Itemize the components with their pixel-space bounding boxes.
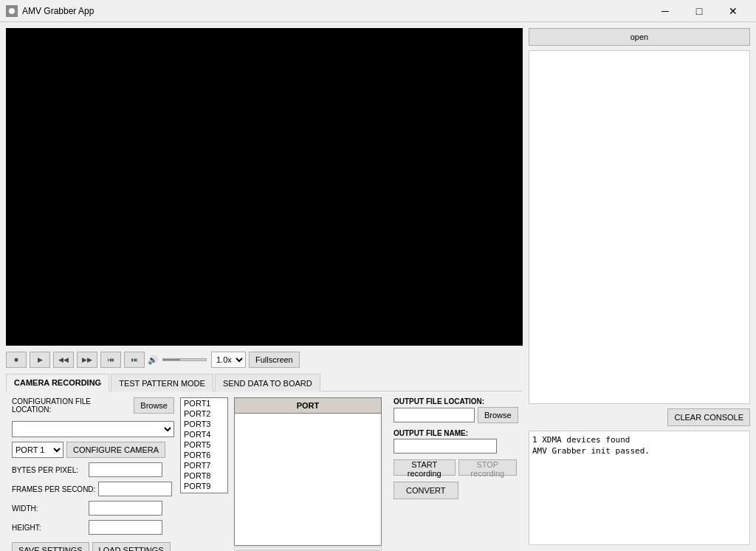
port-list-panel: PORT1PORT2PORT3PORT4PORT5PORT6PORT7PORT8… (180, 397, 228, 551)
zoom-select[interactable]: 1.0x 0.5x 1.5x 2.0x (211, 352, 246, 368)
console-panel: 1 XDMA devices foundAMV Grabber init pas… (529, 431, 750, 545)
rewind-button[interactable]: ◀◀ (53, 352, 74, 368)
output-file-location-section: OUTPUT FILE LOCATION: Browse (394, 397, 517, 423)
close-button[interactable]: ✕ (716, 0, 750, 22)
height-label: HEIGHT: (12, 524, 86, 532)
fps-label: FRAMES PER SECOND: (12, 485, 95, 493)
port-select[interactable]: PORT 1 PORT 2 PORT 3 (12, 442, 63, 458)
titlebar-left: AMV Grabber App (6, 5, 94, 17)
port-list-item[interactable]: PORT3 (181, 419, 227, 429)
output-file-location-input[interactable] (394, 408, 475, 422)
width-input[interactable] (89, 501, 162, 516)
titlebar: AMV Grabber App ─ □ ✕ (0, 0, 756, 22)
bytes-per-pixel-input[interactable] (89, 462, 162, 477)
load-settings-button[interactable]: LOAD SETTINGS (92, 542, 171, 551)
right-panel: open CLEAR CONSOLE 1 XDMA devices foundA… (529, 28, 750, 545)
main-content: ■ ▶ ◀◀ ▶▶ ⏮ ⏭ 🔊 1.0x 0.5x 1.5x 2.0x Full… (0, 22, 756, 551)
left-config: CONFIGURATION FILE LOCATION: Browse PORT… (12, 397, 174, 551)
output-panel: OUTPUT FILE LOCATION: Browse OUTPUT FILE… (388, 397, 517, 551)
tabs-panel: CAMERA RECORDING TEST PATTERN MODE SEND … (6, 374, 523, 551)
tabs-header: CAMERA RECORDING TEST PATTERN MODE SEND … (6, 374, 523, 391)
output-browse-button[interactable]: Browse (478, 407, 518, 423)
config-browse-button[interactable]: Browse (134, 397, 174, 414)
output-file-name-section: OUTPUT FILE NAME: (394, 429, 517, 454)
port-list-item[interactable]: PORT6 (181, 450, 227, 460)
fps-row: FRAMES PER SECOND: (12, 482, 174, 496)
port-list-item[interactable]: PORT2 (181, 408, 227, 419)
titlebar-controls: ─ □ ✕ (648, 0, 750, 22)
convert-button[interactable]: CONVERT (394, 482, 458, 499)
config-file-label: CONFIGURATION FILE LOCATION: (12, 397, 131, 414)
tab-test-pattern[interactable]: TEST PATTERN MODE (111, 374, 213, 391)
recording-buttons: START recording STOP recording (394, 459, 517, 476)
config-file-row: CONFIGURATION FILE LOCATION: Browse (12, 397, 174, 414)
forward-button[interactable]: ▶▶ (77, 352, 97, 368)
playback-bar: ■ ▶ ◀◀ ▶▶ ⏮ ⏭ 🔊 1.0x 0.5x 1.5x 2.0x Full… (6, 349, 523, 371)
start-recording-button[interactable]: START recording (394, 459, 456, 476)
port-list-item[interactable]: PORT1 (181, 398, 227, 408)
settings-buttons: SAVE SETTINGS LOAD SETTINGS (12, 542, 174, 551)
svg-point-1 (9, 8, 15, 14)
open-button[interactable]: open (529, 28, 750, 46)
image-preview (529, 50, 750, 404)
bytes-per-pixel-row: BYTES PER PIXEL: (12, 462, 174, 477)
fps-input[interactable] (98, 482, 172, 496)
console-line: 1 XDMA devices found (532, 434, 746, 445)
height-row: HEIGHT: (12, 520, 174, 535)
tab-content: CONFIGURATION FILE LOCATION: Browse PORT… (6, 391, 523, 551)
clear-console-button[interactable]: CLEAR CONSOLE (667, 408, 750, 426)
app-title: AMV Grabber App (22, 6, 94, 16)
maximize-button[interactable]: □ (682, 0, 716, 22)
port-list-item[interactable]: PORT7 (181, 460, 227, 470)
skip-forward-button[interactable]: ⏭ (124, 352, 145, 368)
stop-recording-button[interactable]: STOP recording (458, 459, 517, 476)
port-list-item[interactable]: PORT8 (181, 470, 227, 481)
console-line: AMV Grabber init passed. (532, 445, 746, 456)
width-label: WIDTH: (12, 504, 86, 513)
save-settings-button[interactable]: SAVE SETTINGS (12, 542, 89, 551)
left-panel: ■ ▶ ◀◀ ▶▶ ⏮ ⏭ 🔊 1.0x 0.5x 1.5x 2.0x Full… (6, 28, 523, 545)
app-icon (6, 5, 18, 17)
port-list: PORT1PORT2PORT3PORT4PORT5PORT6PORT7PORT8… (180, 397, 228, 493)
volume-icon: 🔊 (148, 355, 158, 365)
config-file-dropdown[interactable] (12, 421, 174, 437)
skip-back-button[interactable]: ⏮ (100, 352, 121, 368)
play-button[interactable]: ▶ (30, 352, 50, 368)
port-data-header: PORT (234, 397, 382, 414)
volume-slider[interactable] (162, 358, 207, 361)
configure-camera-button[interactable]: CONFIGURE CAMERA (66, 442, 165, 458)
output-file-location-row: Browse (394, 407, 517, 423)
output-file-name-label: OUTPUT FILE NAME: (394, 429, 517, 437)
video-preview (6, 28, 523, 346)
output-file-name-input[interactable] (394, 439, 497, 454)
tab-camera-recording[interactable]: CAMERA RECORDING (6, 374, 109, 391)
output-file-location-label: OUTPUT FILE LOCATION: (394, 397, 517, 405)
width-row: WIDTH: (12, 501, 174, 516)
tab-send-data[interactable]: SEND DATA TO BOARD (215, 374, 320, 391)
bytes-per-pixel-label: BYTES PER PIXEL: (12, 466, 86, 474)
height-input[interactable] (89, 520, 162, 535)
port-list-item[interactable]: PORT9 (181, 481, 227, 491)
port-list-item[interactable]: PORT4 (181, 429, 227, 439)
port-data-panel: PORT (234, 397, 382, 551)
port-dropdown-row: PORT 1 PORT 2 PORT 3 CONFIGURE CAMERA (12, 442, 174, 458)
minimize-button[interactable]: ─ (648, 0, 682, 22)
fullscreen-button[interactable]: Fullscreen (249, 352, 300, 368)
port-list-item[interactable]: PORT5 (181, 439, 227, 450)
port-scrollbar[interactable] (234, 547, 382, 551)
port-data-content (234, 414, 382, 546)
stop-button[interactable]: ■ (6, 352, 27, 368)
